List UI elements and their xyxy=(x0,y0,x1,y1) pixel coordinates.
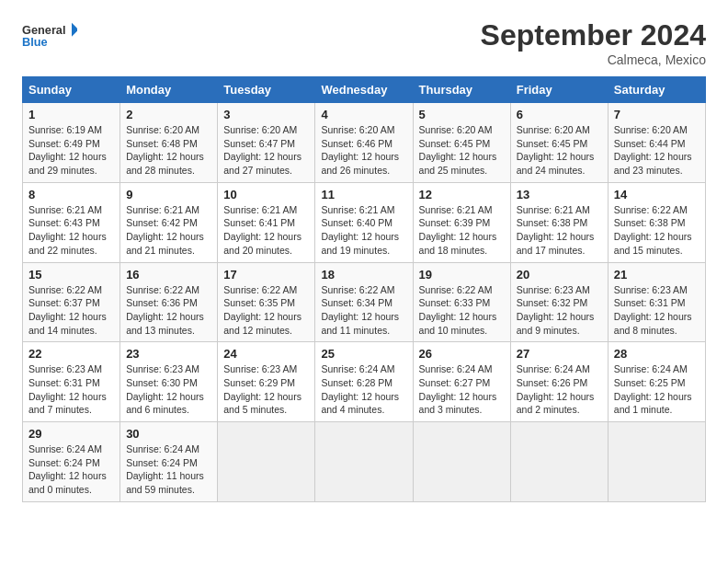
calendar-cell: 23Sunrise: 6:23 AM Sunset: 6:30 PM Dayli… xyxy=(120,342,218,422)
day-number: 13 xyxy=(517,188,602,201)
location-label: Calmeca, Mexico xyxy=(481,52,706,67)
day-number: 6 xyxy=(517,108,602,121)
day-info: Sunrise: 6:22 AM Sunset: 6:38 PM Dayligh… xyxy=(614,203,700,258)
calendar-cell xyxy=(608,422,705,502)
logo-svg: General Blue xyxy=(22,18,77,55)
calendar-cell: 30Sunrise: 6:24 AM Sunset: 6:24 PM Dayli… xyxy=(120,422,218,502)
day-number: 16 xyxy=(126,268,211,282)
day-info: Sunrise: 6:24 AM Sunset: 6:28 PM Dayligh… xyxy=(321,362,406,417)
weekday-header-sunday: Sunday xyxy=(23,77,120,103)
calendar-cell: 29Sunrise: 6:24 AM Sunset: 6:24 PM Dayli… xyxy=(23,422,120,502)
day-info: Sunrise: 6:24 AM Sunset: 6:25 PM Dayligh… xyxy=(614,362,700,417)
calendar-cell xyxy=(218,422,315,502)
calendar-cell: 14Sunrise: 6:22 AM Sunset: 6:38 PM Dayli… xyxy=(608,182,705,262)
calendar-cell: 16Sunrise: 6:22 AM Sunset: 6:36 PM Dayli… xyxy=(120,262,218,342)
calendar-cell: 2Sunrise: 6:20 AM Sunset: 6:48 PM Daylig… xyxy=(120,103,218,183)
calendar-cell: 5Sunrise: 6:20 AM Sunset: 6:45 PM Daylig… xyxy=(413,103,510,183)
day-number: 9 xyxy=(126,188,211,201)
calendar-cell: 11Sunrise: 6:21 AM Sunset: 6:40 PM Dayli… xyxy=(315,182,413,262)
calendar-cell: 10Sunrise: 6:21 AM Sunset: 6:41 PM Dayli… xyxy=(218,182,315,262)
calendar-cell: 22Sunrise: 6:23 AM Sunset: 6:31 PM Dayli… xyxy=(23,342,120,422)
day-number: 20 xyxy=(517,268,602,282)
day-info: Sunrise: 6:20 AM Sunset: 6:46 PM Dayligh… xyxy=(321,123,406,178)
calendar-cell: 6Sunrise: 6:20 AM Sunset: 6:45 PM Daylig… xyxy=(510,103,608,183)
calendar-cell: 4Sunrise: 6:20 AM Sunset: 6:46 PM Daylig… xyxy=(315,103,413,183)
day-info: Sunrise: 6:22 AM Sunset: 6:37 PM Dayligh… xyxy=(28,283,114,338)
calendar-cell: 13Sunrise: 6:21 AM Sunset: 6:38 PM Dayli… xyxy=(510,182,608,262)
calendar-cell: 25Sunrise: 6:24 AM Sunset: 6:28 PM Dayli… xyxy=(315,342,413,422)
weekday-header-monday: Monday xyxy=(120,77,218,103)
day-info: Sunrise: 6:24 AM Sunset: 6:26 PM Dayligh… xyxy=(517,362,602,417)
day-info: Sunrise: 6:24 AM Sunset: 6:24 PM Dayligh… xyxy=(28,442,114,497)
logo: General Blue xyxy=(22,18,77,55)
day-number: 1 xyxy=(28,108,114,121)
day-number: 24 xyxy=(223,347,309,361)
calendar-cell: 8Sunrise: 6:21 AM Sunset: 6:43 PM Daylig… xyxy=(23,182,120,262)
day-info: Sunrise: 6:23 AM Sunset: 6:29 PM Dayligh… xyxy=(223,362,309,417)
day-number: 3 xyxy=(223,108,309,121)
day-info: Sunrise: 6:23 AM Sunset: 6:30 PM Dayligh… xyxy=(126,362,211,417)
calendar-cell: 18Sunrise: 6:22 AM Sunset: 6:34 PM Dayli… xyxy=(315,262,413,342)
month-title: September 2024 xyxy=(481,18,706,52)
svg-marker-2 xyxy=(72,23,77,37)
calendar-cell: 17Sunrise: 6:22 AM Sunset: 6:35 PM Dayli… xyxy=(218,262,315,342)
day-number: 5 xyxy=(419,108,505,121)
calendar-cell: 15Sunrise: 6:22 AM Sunset: 6:37 PM Dayli… xyxy=(23,262,120,342)
day-info: Sunrise: 6:23 AM Sunset: 6:32 PM Dayligh… xyxy=(517,283,602,338)
day-number: 26 xyxy=(419,347,505,361)
day-number: 18 xyxy=(321,268,406,282)
calendar-week-row: 22Sunrise: 6:23 AM Sunset: 6:31 PM Dayli… xyxy=(23,342,706,422)
day-number: 23 xyxy=(126,347,211,361)
day-number: 14 xyxy=(614,188,700,201)
day-info: Sunrise: 6:20 AM Sunset: 6:44 PM Dayligh… xyxy=(614,123,700,178)
day-info: Sunrise: 6:21 AM Sunset: 6:41 PM Dayligh… xyxy=(223,203,309,258)
day-info: Sunrise: 6:21 AM Sunset: 6:40 PM Dayligh… xyxy=(321,203,406,258)
day-info: Sunrise: 6:22 AM Sunset: 6:35 PM Dayligh… xyxy=(223,283,309,338)
day-info: Sunrise: 6:21 AM Sunset: 6:43 PM Dayligh… xyxy=(28,203,114,258)
day-number: 12 xyxy=(419,188,505,201)
day-info: Sunrise: 6:24 AM Sunset: 6:27 PM Dayligh… xyxy=(419,362,505,417)
calendar-cell: 7Sunrise: 6:20 AM Sunset: 6:44 PM Daylig… xyxy=(608,103,705,183)
day-number: 21 xyxy=(614,268,700,282)
calendar-cell xyxy=(413,422,510,502)
title-area: September 2024 Calmeca, Mexico xyxy=(481,18,706,67)
calendar-week-row: 1Sunrise: 6:19 AM Sunset: 6:49 PM Daylig… xyxy=(23,103,706,183)
calendar-cell: 27Sunrise: 6:24 AM Sunset: 6:26 PM Dayli… xyxy=(510,342,608,422)
day-number: 7 xyxy=(614,108,700,121)
calendar-cell: 24Sunrise: 6:23 AM Sunset: 6:29 PM Dayli… xyxy=(218,342,315,422)
day-number: 4 xyxy=(321,108,406,121)
weekday-header-wednesday: Wednesday xyxy=(315,77,413,103)
weekday-header-saturday: Saturday xyxy=(608,77,705,103)
day-number: 15 xyxy=(28,268,114,282)
calendar-cell: 28Sunrise: 6:24 AM Sunset: 6:25 PM Dayli… xyxy=(608,342,705,422)
day-info: Sunrise: 6:21 AM Sunset: 6:39 PM Dayligh… xyxy=(419,203,505,258)
calendar-cell: 3Sunrise: 6:20 AM Sunset: 6:47 PM Daylig… xyxy=(218,103,315,183)
day-number: 8 xyxy=(28,188,114,201)
svg-text:Blue: Blue xyxy=(22,35,48,49)
page-header: General Blue September 2024 Calmeca, Mex… xyxy=(22,18,706,67)
day-number: 28 xyxy=(614,347,700,361)
calendar-week-row: 15Sunrise: 6:22 AM Sunset: 6:37 PM Dayli… xyxy=(23,262,706,342)
calendar-week-row: 29Sunrise: 6:24 AM Sunset: 6:24 PM Dayli… xyxy=(23,422,706,502)
day-info: Sunrise: 6:20 AM Sunset: 6:45 PM Dayligh… xyxy=(419,123,505,178)
day-number: 10 xyxy=(223,188,309,201)
day-number: 27 xyxy=(517,347,602,361)
day-info: Sunrise: 6:22 AM Sunset: 6:33 PM Dayligh… xyxy=(419,283,505,338)
day-info: Sunrise: 6:24 AM Sunset: 6:24 PM Dayligh… xyxy=(126,442,211,497)
calendar-cell: 9Sunrise: 6:21 AM Sunset: 6:42 PM Daylig… xyxy=(120,182,218,262)
day-number: 2 xyxy=(126,108,211,121)
day-info: Sunrise: 6:23 AM Sunset: 6:31 PM Dayligh… xyxy=(28,362,114,417)
calendar-header-row: SundayMondayTuesdayWednesdayThursdayFrid… xyxy=(23,77,706,103)
day-number: 19 xyxy=(419,268,505,282)
calendar-cell xyxy=(315,422,413,502)
calendar-cell: 1Sunrise: 6:19 AM Sunset: 6:49 PM Daylig… xyxy=(23,103,120,183)
day-info: Sunrise: 6:19 AM Sunset: 6:49 PM Dayligh… xyxy=(28,123,114,178)
calendar-cell: 19Sunrise: 6:22 AM Sunset: 6:33 PM Dayli… xyxy=(413,262,510,342)
day-info: Sunrise: 6:20 AM Sunset: 6:47 PM Dayligh… xyxy=(223,123,309,178)
calendar-cell: 20Sunrise: 6:23 AM Sunset: 6:32 PM Dayli… xyxy=(510,262,608,342)
day-info: Sunrise: 6:23 AM Sunset: 6:31 PM Dayligh… xyxy=(614,283,700,338)
calendar-cell: 12Sunrise: 6:21 AM Sunset: 6:39 PM Dayli… xyxy=(413,182,510,262)
weekday-header-tuesday: Tuesday xyxy=(218,77,315,103)
day-info: Sunrise: 6:21 AM Sunset: 6:42 PM Dayligh… xyxy=(126,203,211,258)
calendar-week-row: 8Sunrise: 6:21 AM Sunset: 6:43 PM Daylig… xyxy=(23,182,706,262)
